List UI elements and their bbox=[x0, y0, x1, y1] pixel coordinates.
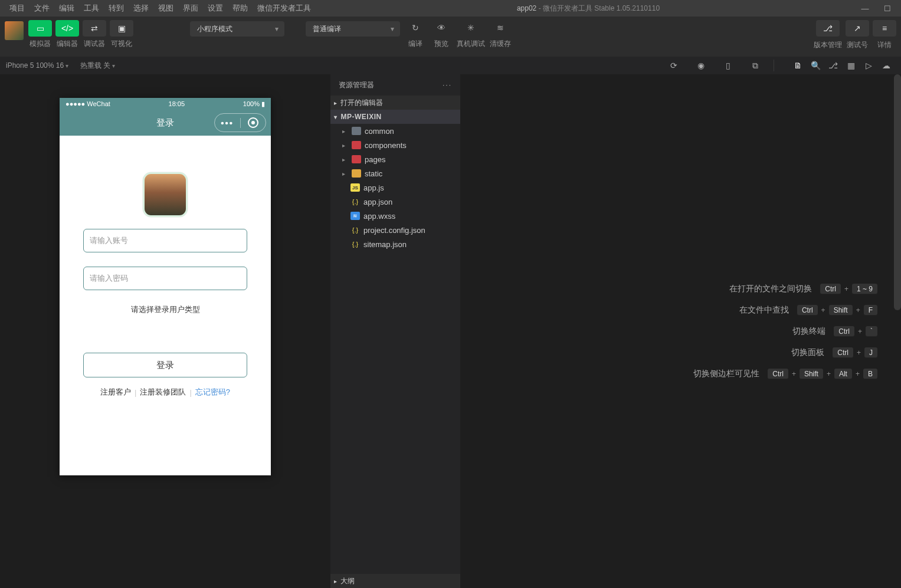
menu-工具[interactable]: 工具 bbox=[79, 3, 104, 14]
phone-status-bar: ●●●●● WeChat 18:05 100% ▮ bbox=[60, 98, 271, 110]
open-editors-section[interactable]: ▸打开的编辑器 bbox=[330, 96, 460, 110]
phone-simulator: ●●●●● WeChat 18:05 100% ▮ 登录 ••• 请输入账号 请… bbox=[60, 98, 271, 475]
shortcut-label: 切换面板 bbox=[791, 347, 824, 358]
outline-section[interactable]: ▸大纲 bbox=[330, 574, 460, 588]
file-sitemap.json[interactable]: sitemap.json bbox=[330, 237, 460, 251]
simulator-button[interactable]: ▭ bbox=[28, 20, 52, 37]
clear-cache-label: 清缓存 bbox=[490, 39, 511, 49]
explorer-icon[interactable]: 🗎 bbox=[789, 61, 807, 70]
login-button[interactable]: 登录 bbox=[83, 353, 247, 377]
explorer-panel: 资源管理器 ··· ▸打开的编辑器 ▾MP-WEIXIN ▸common▸com… bbox=[330, 74, 460, 588]
phone-nav-bar: 登录 ••• bbox=[60, 110, 271, 136]
preview-icon[interactable]: 👁 bbox=[431, 20, 452, 35]
forgot-password-link[interactable]: 忘记密码? bbox=[195, 387, 230, 398]
menu-项目[interactable]: 项目 bbox=[5, 3, 30, 14]
login-links: 注册客户 | 注册装修团队 | 忘记密码? bbox=[100, 387, 230, 398]
popout-icon[interactable]: ⧉ bbox=[746, 61, 764, 71]
menu-编辑[interactable]: 编辑 bbox=[54, 3, 79, 14]
folder-components[interactable]: ▸components bbox=[330, 138, 460, 152]
minimize-icon[interactable]: — bbox=[861, 4, 869, 12]
capsule-menu-icon[interactable]: ••• bbox=[215, 118, 241, 128]
battery-label: 100% ▮ bbox=[243, 100, 265, 108]
git-icon[interactable]: ⎇ bbox=[824, 61, 842, 70]
reload-icon[interactable]: ⟳ bbox=[665, 61, 683, 70]
shortcut-keys: Ctrl+Shift+Alt+B bbox=[768, 369, 877, 379]
compile-dropdown[interactable]: 普通编译 bbox=[306, 21, 400, 37]
file-project.config.json[interactable]: project.config.json bbox=[330, 223, 460, 237]
menu-微信开发者工具[interactable]: 微信开发者工具 bbox=[253, 3, 316, 14]
nav-title: 登录 bbox=[156, 117, 174, 129]
search-icon[interactable]: 🔍 bbox=[807, 61, 824, 70]
menu-视图[interactable]: 视图 bbox=[153, 3, 178, 14]
version-mgmt-label: 版本管理 bbox=[814, 40, 842, 50]
folder-common[interactable]: ▸common bbox=[330, 124, 460, 138]
shortcut-row: 在文件中查找Ctrl+Shift+F bbox=[739, 305, 877, 316]
avatar[interactable] bbox=[5, 21, 24, 40]
menu-界面[interactable]: 界面 bbox=[178, 3, 203, 14]
version-mgmt-icon[interactable]: ⎇ bbox=[816, 20, 840, 37]
shortcut-row: 在打开的文件之间切换Ctrl+1 ~ 9 bbox=[729, 284, 877, 294]
password-input[interactable]: 请输入密码 bbox=[83, 267, 247, 290]
editor-button[interactable]: </> bbox=[55, 20, 79, 37]
test-id-label: 测试号 bbox=[847, 40, 868, 50]
mode-dropdown[interactable]: 小程序模式 bbox=[190, 21, 284, 37]
shortcut-row: 切换终端Ctrl+` bbox=[792, 326, 877, 337]
device-icon[interactable]: ▯ bbox=[719, 61, 737, 70]
shortcut-row: 切换侧边栏可见性Ctrl+Shift+Alt+B bbox=[693, 369, 877, 379]
test-id-icon[interactable]: ↗ bbox=[846, 20, 869, 37]
toolbar: ▭ </> ⇄ ▣ 模拟器编辑器调试器可视化 小程序模式 普通编译 ↻ 编译 👁… bbox=[0, 17, 901, 57]
secondary-bar: iPhone 5 100% 16 热重载 关 ⟳ ◉ ▯ ⧉ 🗎 🔍 ⎇ ▦ ▷… bbox=[0, 57, 901, 74]
clear-cache-icon[interactable]: ≋ bbox=[490, 20, 511, 35]
carrier-label: ●●●●● WeChat bbox=[65, 100, 110, 107]
compile-icon[interactable]: ↻ bbox=[405, 20, 426, 35]
user-type-text[interactable]: 请选择登录用户类型 bbox=[131, 304, 200, 315]
project-root[interactable]: ▾MP-WEIXIN bbox=[330, 110, 460, 124]
compile-label: 编译 bbox=[408, 39, 422, 49]
file-app.json[interactable]: app.json bbox=[330, 195, 460, 209]
visual-button[interactable]: ▣ bbox=[110, 20, 133, 37]
extensions-icon[interactable]: ▦ bbox=[842, 61, 860, 70]
menu-选择[interactable]: 选择 bbox=[129, 3, 153, 14]
register-customer-link[interactable]: 注册客户 bbox=[100, 387, 131, 398]
real-debug-icon[interactable]: ✳ bbox=[460, 20, 481, 35]
debugger-button[interactable]: ⇄ bbox=[83, 20, 106, 37]
maximize-icon[interactable]: ☐ bbox=[883, 4, 892, 12]
panel-label: 调试器 bbox=[83, 39, 106, 49]
explorer-title: 资源管理器 bbox=[339, 80, 374, 90]
shortcut-keys: Ctrl+` bbox=[834, 326, 877, 337]
shortcut-label: 在文件中查找 bbox=[739, 305, 789, 316]
menu-转到[interactable]: 转到 bbox=[104, 3, 129, 14]
simulator-column: ●●●●● WeChat 18:05 100% ▮ 登录 ••• 请输入账号 请… bbox=[0, 74, 330, 588]
explorer-more-icon[interactable]: ··· bbox=[443, 81, 452, 89]
file-app.js[interactable]: JSapp.js bbox=[330, 180, 460, 195]
real-debug-label: 真机调试 bbox=[457, 39, 485, 49]
menu-帮助[interactable]: 帮助 bbox=[228, 3, 253, 14]
account-input[interactable]: 请输入账号 bbox=[83, 229, 247, 252]
details-icon[interactable]: ≡ bbox=[873, 20, 896, 37]
panel-label: 编辑器 bbox=[55, 39, 79, 49]
link-separator: | bbox=[131, 388, 140, 397]
cloud-icon[interactable]: ☁ bbox=[877, 61, 895, 70]
scrollbar[interactable] bbox=[894, 74, 901, 310]
link-separator: | bbox=[186, 388, 195, 397]
folder-static[interactable]: ▸static bbox=[330, 166, 460, 180]
hot-reload-toggle[interactable]: 热重载 关 bbox=[80, 61, 115, 71]
run-icon[interactable]: ▷ bbox=[860, 61, 877, 70]
menu-文件[interactable]: 文件 bbox=[30, 3, 54, 14]
editor-area: 在打开的文件之间切换Ctrl+1 ~ 9在文件中查找Ctrl+Shift+F切换… bbox=[460, 74, 901, 588]
menu-设置[interactable]: 设置 bbox=[203, 3, 228, 14]
shortcuts-hints: 在打开的文件之间切换Ctrl+1 ~ 9在文件中查找Ctrl+Shift+F切换… bbox=[693, 284, 877, 379]
folder-pages[interactable]: ▸pages bbox=[330, 152, 460, 166]
device-selector[interactable]: iPhone 5 100% 16 bbox=[6, 61, 68, 70]
window-title: app02 - 微信开发者工具 Stable 1.05.2110110 bbox=[316, 4, 861, 14]
register-team-link[interactable]: 注册装修团队 bbox=[140, 387, 186, 398]
shortcut-label: 切换侧边栏可见性 bbox=[693, 369, 759, 379]
details-label: 详情 bbox=[877, 40, 892, 50]
preview-label: 预览 bbox=[434, 39, 448, 49]
shortcut-keys: Ctrl+J bbox=[833, 347, 877, 358]
file-app.wxss[interactable]: ≋app.wxss bbox=[330, 209, 460, 223]
phone-body: 请输入账号 请输入密码 请选择登录用户类型 登录 注册客户 | 注册装修团队 |… bbox=[60, 136, 271, 475]
shortcut-label: 在打开的文件之间切换 bbox=[729, 284, 812, 294]
capsule-close-icon[interactable] bbox=[241, 117, 266, 128]
stop-icon[interactable]: ◉ bbox=[692, 61, 710, 70]
